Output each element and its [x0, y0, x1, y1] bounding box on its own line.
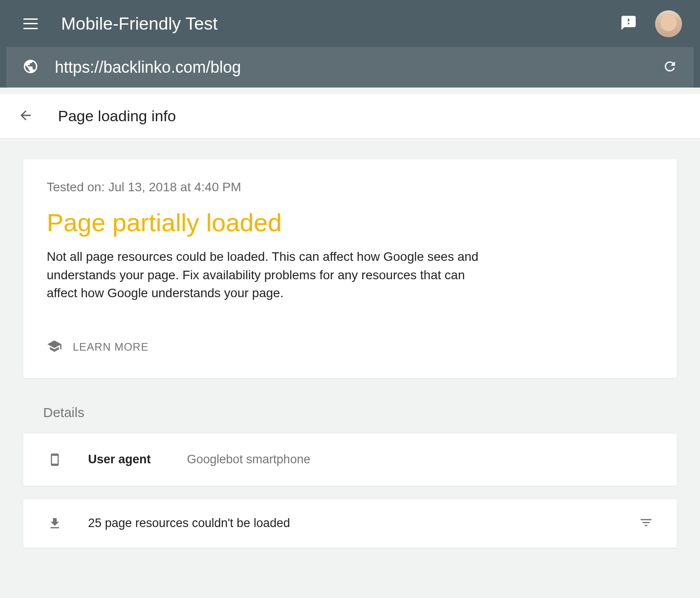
- tested-timestamp: Tested on: Jul 13, 2018 at 4:40 PM: [47, 180, 653, 194]
- url-bar: https://backlinko.com/blog: [6, 47, 694, 88]
- school-icon: [47, 339, 62, 356]
- details-section-label: Details: [43, 405, 677, 420]
- globe-icon: [22, 58, 39, 76]
- refresh-icon[interactable]: [662, 59, 678, 76]
- resources-text: 25 page resources couldn't be loaded: [88, 516, 639, 530]
- user-agent-value: Googlebot smartphone: [187, 453, 310, 466]
- learn-more-label: LEARN MORE: [73, 341, 149, 353]
- learn-more-link[interactable]: LEARN MORE: [47, 339, 653, 356]
- back-arrow-icon[interactable]: [18, 108, 33, 125]
- user-agent-card: User agent Googlebot smartphone: [23, 434, 677, 486]
- status-card: Tested on: Jul 13, 2018 at 4:40 PM Page …: [23, 159, 677, 378]
- smartphone-icon: [47, 450, 63, 470]
- user-agent-label: User agent: [88, 453, 187, 466]
- download-icon: [47, 516, 63, 531]
- status-title: Page partially loaded: [47, 208, 653, 237]
- resources-card[interactable]: 25 page resources couldn't be loaded: [23, 499, 677, 548]
- user-avatar[interactable]: [655, 10, 682, 37]
- tested-url[interactable]: https://backlinko.com/blog: [55, 58, 662, 77]
- page-title: Page loading info: [58, 107, 176, 125]
- app-title: Mobile-Friendly Test: [61, 14, 620, 34]
- filter-icon[interactable]: [639, 515, 653, 532]
- status-description: Not all page resources could be loaded. …: [47, 248, 496, 303]
- feedback-icon[interactable]: [620, 14, 637, 33]
- menu-icon[interactable]: [22, 16, 39, 32]
